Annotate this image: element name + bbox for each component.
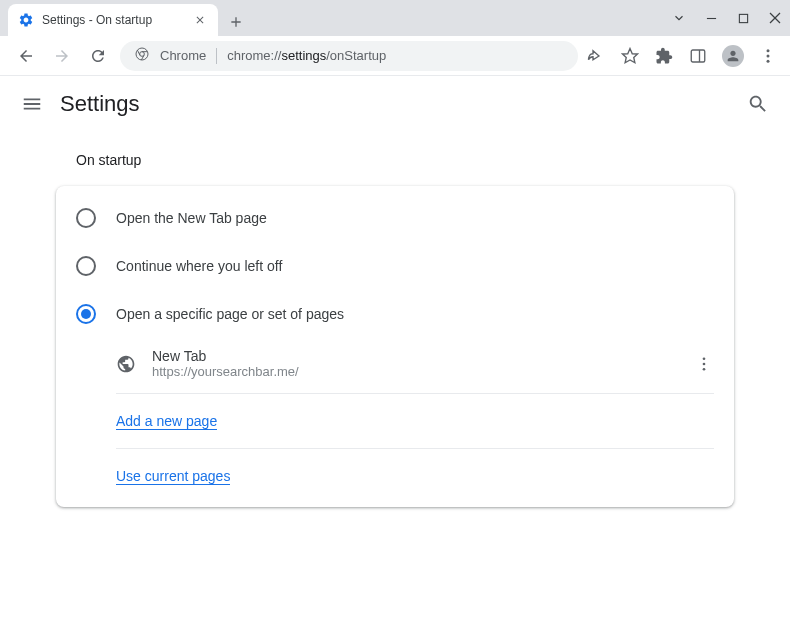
svg-point-17 xyxy=(703,367,706,370)
section-title: On startup xyxy=(56,152,734,168)
svg-marker-9 xyxy=(623,48,638,62)
chevron-down-icon[interactable] xyxy=(672,11,686,25)
radio-label: Open a specific page or set of pages xyxy=(116,306,344,322)
radio-icon xyxy=(76,208,96,228)
startup-options-card: Open the New Tab page Continue where you… xyxy=(56,186,734,507)
browser-toolbar: Chrome chrome://settings/onStartup xyxy=(0,36,790,76)
window-controls xyxy=(672,0,782,36)
radio-label: Continue where you left off xyxy=(116,258,282,274)
browser-tab[interactable]: Settings - On startup xyxy=(8,4,218,36)
svg-rect-1 xyxy=(739,14,747,22)
globe-icon xyxy=(116,354,136,374)
search-icon[interactable] xyxy=(746,92,770,116)
profile-avatar[interactable] xyxy=(722,45,744,67)
divider xyxy=(116,393,714,394)
use-current-row: Use current pages xyxy=(56,453,734,499)
kebab-menu-icon[interactable] xyxy=(694,354,714,374)
add-page-link[interactable]: Add a new page xyxy=(116,413,217,430)
svg-point-15 xyxy=(703,357,706,360)
new-tab-button[interactable] xyxy=(222,8,250,36)
address-bar[interactable]: Chrome chrome://settings/onStartup xyxy=(120,41,578,71)
radio-option-specific-pages[interactable]: Open a specific page or set of pages xyxy=(56,290,734,338)
svg-point-14 xyxy=(767,59,770,62)
svg-point-16 xyxy=(703,362,706,365)
extensions-icon[interactable] xyxy=(654,46,674,66)
minimize-button[interactable] xyxy=(704,11,718,25)
svg-point-13 xyxy=(767,54,770,57)
page-info: New Tab https://yoursearchbar.me/ xyxy=(152,348,678,379)
sidepanel-icon[interactable] xyxy=(688,46,708,66)
omnibox-url: chrome://settings/onStartup xyxy=(227,48,386,63)
radio-option-continue[interactable]: Continue where you left off xyxy=(56,242,734,290)
radio-label: Open the New Tab page xyxy=(116,210,267,226)
omnibox-source-label: Chrome xyxy=(160,48,206,63)
settings-content: On startup Open the New Tab page Continu… xyxy=(0,132,790,527)
radio-icon xyxy=(76,304,96,324)
share-icon[interactable] xyxy=(586,46,606,66)
toolbar-actions xyxy=(586,45,778,67)
radio-option-new-tab[interactable]: Open the New Tab page xyxy=(56,194,734,242)
page-name: New Tab xyxy=(152,348,678,364)
startup-page-entry: New Tab https://yoursearchbar.me/ xyxy=(56,338,734,389)
tab-bar: Settings - On startup xyxy=(0,0,790,36)
add-page-row: Add a new page xyxy=(56,398,734,444)
svg-point-12 xyxy=(767,49,770,52)
divider xyxy=(216,48,217,64)
use-current-pages-link[interactable]: Use current pages xyxy=(116,468,230,485)
chrome-icon xyxy=(134,46,150,65)
back-button[interactable] xyxy=(12,42,40,70)
divider xyxy=(116,448,714,449)
tab-title: Settings - On startup xyxy=(42,13,184,27)
reload-button[interactable] xyxy=(84,42,112,70)
maximize-button[interactable] xyxy=(736,11,750,25)
page-url: https://yoursearchbar.me/ xyxy=(152,364,678,379)
page-title: Settings xyxy=(60,91,746,117)
bookmark-icon[interactable] xyxy=(620,46,640,66)
close-icon[interactable] xyxy=(192,12,208,28)
settings-header: Settings xyxy=(0,76,790,132)
close-window-button[interactable] xyxy=(768,11,782,25)
forward-button[interactable] xyxy=(48,42,76,70)
svg-rect-10 xyxy=(691,50,705,62)
hamburger-menu-icon[interactable] xyxy=(20,92,44,116)
kebab-menu-icon[interactable] xyxy=(758,46,778,66)
gear-icon xyxy=(18,12,34,28)
radio-icon xyxy=(76,256,96,276)
